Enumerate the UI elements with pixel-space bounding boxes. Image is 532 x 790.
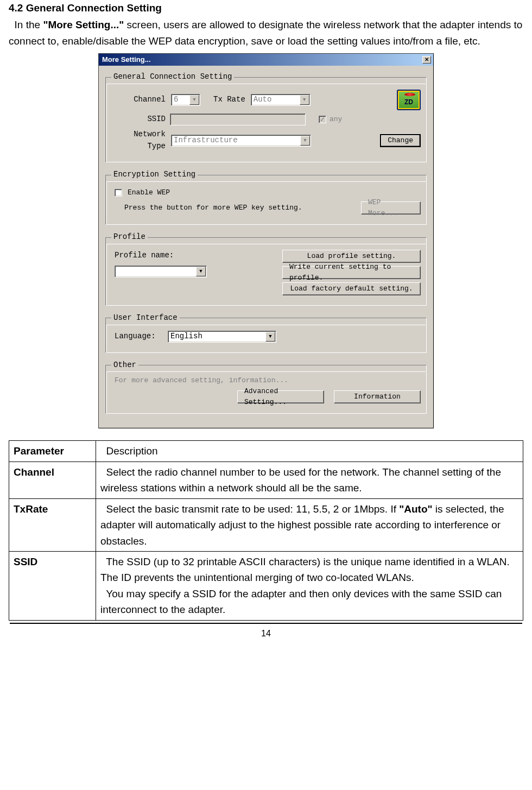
ssid-label: SSID xyxy=(111,113,166,125)
row-desc: The SSID (up to 32 printable ASCII chara… xyxy=(96,552,523,621)
other-hint: For more advanced setting, information..… xyxy=(115,375,421,386)
chevron-down-icon: ▼ xyxy=(265,332,275,342)
row-param: TxRate xyxy=(9,498,96,551)
any-checkbox[interactable] xyxy=(319,116,326,123)
table-header-row: Parameter Description xyxy=(9,441,523,462)
table-row: SSID The SSID (up to 32 printable ASCII … xyxy=(9,552,523,621)
write-profile-button[interactable]: Write current setting to profile. xyxy=(282,266,421,279)
wep-more-button[interactable]: WEP More... xyxy=(361,201,421,214)
profile-legend: Profile xyxy=(111,231,148,243)
txrate-label: Tx Rate xyxy=(213,94,245,106)
intro-paragraph: In the "More Setting..." screen, users a… xyxy=(9,17,523,49)
device-icon xyxy=(397,90,421,110)
channel-select[interactable]: 6 ▼ xyxy=(171,94,200,106)
parameter-table: Parameter Description Channel Select the… xyxy=(9,440,523,620)
wep-hint: Press the button for more WEP key settin… xyxy=(124,203,302,213)
page-number: 14 xyxy=(0,624,532,646)
language-label: Language: xyxy=(115,331,163,343)
row-param: Channel xyxy=(9,462,96,498)
chevron-down-icon: ▼ xyxy=(300,95,309,105)
language-value: English xyxy=(170,331,202,343)
advanced-setting-button[interactable]: Advanced Setting... xyxy=(237,390,324,403)
table-row: Channel Select the radio channel number … xyxy=(9,462,523,498)
enable-wep-checkbox[interactable] xyxy=(115,189,122,197)
titlebar: More Setting... ✕ xyxy=(99,54,433,66)
table-row: TxRate Select the basic transmit rate to… xyxy=(9,498,523,551)
nettype-select[interactable]: Infrastructure ▼ xyxy=(171,135,311,147)
header-desc: Description xyxy=(96,441,523,462)
dialog-window: More Setting... ✕ General Connection Set… xyxy=(98,53,434,428)
chevron-down-icon: ▼ xyxy=(189,95,199,105)
information-button[interactable]: Information xyxy=(334,390,421,403)
general-group: General Connection Setting Channel 6 ▼ T… xyxy=(105,71,427,162)
language-select[interactable]: English ▼ xyxy=(168,331,276,343)
close-button[interactable]: ✕ xyxy=(422,56,431,64)
nettype-label: Network Type xyxy=(111,129,166,152)
channel-label: Channel xyxy=(111,94,166,106)
general-legend: General Connection Setting xyxy=(111,71,234,83)
load-profile-button[interactable]: Load profile setting. xyxy=(282,250,421,263)
change-button[interactable]: Change xyxy=(380,134,421,147)
header-param: Parameter xyxy=(9,441,96,462)
txrate-select[interactable]: Auto ▼ xyxy=(251,94,311,106)
encryption-legend: Encryption Setting xyxy=(111,169,198,181)
ui-legend: User Interface xyxy=(111,312,180,324)
intro-pre: In the xyxy=(15,19,43,30)
ui-group: User Interface Language: English ▼ xyxy=(105,312,427,353)
nettype-value: Infrastructure xyxy=(174,135,238,147)
factory-default-button[interactable]: Load factory default setting. xyxy=(282,282,421,295)
profile-name-select[interactable]: ▼ xyxy=(115,266,207,277)
intro-quoted: "More Setting..." xyxy=(43,19,124,30)
row-desc: Select the basic transmit rate to be use… xyxy=(96,498,523,551)
enable-wep-label: Enable WEP xyxy=(128,187,170,198)
profile-group: Profile Profile name: ▼ Load profile set… xyxy=(105,231,427,306)
profile-name-label: Profile name: xyxy=(115,250,207,262)
section-title: 4.2 General Connection Setting xyxy=(9,0,523,16)
ssid-input[interactable] xyxy=(170,113,306,125)
row-desc: Select the radio channel number to be us… xyxy=(96,462,523,498)
chevron-down-icon: ▼ xyxy=(196,267,206,276)
txrate-value: Auto xyxy=(254,94,272,106)
chevron-down-icon: ▼ xyxy=(300,136,310,146)
row-param: SSID xyxy=(9,552,96,621)
any-label: any xyxy=(330,114,342,125)
other-legend: Other xyxy=(111,359,138,371)
other-group: Other For more advanced setting, informa… xyxy=(105,359,427,414)
channel-value: 6 xyxy=(174,94,178,106)
encryption-group: Encryption Setting Enable WEP Press the … xyxy=(105,169,427,225)
window-title: More Setting... xyxy=(102,54,151,65)
